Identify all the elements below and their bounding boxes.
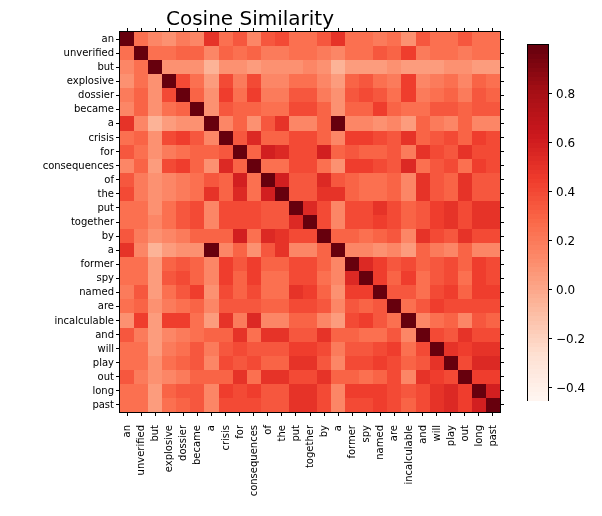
colorbar-tick-label: 0.0 xyxy=(556,284,575,296)
heatmap-cell xyxy=(387,328,402,343)
heatmap-cell xyxy=(373,313,388,328)
heatmap-cell xyxy=(148,285,163,300)
heatmap-cell xyxy=(303,370,318,385)
heatmap-cell xyxy=(303,229,318,244)
heatmap-cell xyxy=(486,342,501,357)
heatmap-cell xyxy=(275,145,290,160)
heatmap-cell xyxy=(134,370,149,385)
heatmap-cell xyxy=(359,257,374,272)
heatmap-cell xyxy=(261,384,276,399)
heatmap-cell xyxy=(247,145,262,160)
heatmap-cell xyxy=(176,159,191,174)
heatmap-cell xyxy=(373,328,388,343)
heatmap-cell xyxy=(233,173,248,188)
heatmap-cell xyxy=(416,159,431,174)
heatmap-cell xyxy=(331,60,346,75)
heatmap-cell xyxy=(120,116,135,131)
heatmap-cell xyxy=(190,384,205,399)
heatmap-cell xyxy=(401,74,416,89)
heatmap-cell xyxy=(134,131,149,146)
heatmap-cell xyxy=(444,342,459,357)
heatmap-cell xyxy=(247,116,262,131)
heatmap-cell xyxy=(233,74,248,89)
heatmap-cell xyxy=(486,116,501,131)
heatmap-cell xyxy=(458,313,473,328)
heatmap-cell xyxy=(275,187,290,202)
heatmap-cell xyxy=(430,299,445,314)
heatmap-cell xyxy=(275,356,290,371)
heatmap-cell xyxy=(289,243,304,258)
y-tick-label: play xyxy=(4,358,114,368)
heatmap-cell xyxy=(401,173,416,188)
heatmap-cell xyxy=(176,88,191,103)
heatmap-cell xyxy=(190,159,205,174)
heatmap-cell xyxy=(430,46,445,61)
heatmap-cell xyxy=(444,187,459,202)
heatmap-cell xyxy=(233,159,248,174)
heatmap-cell xyxy=(373,342,388,357)
y-tick-label: unverified xyxy=(4,48,114,58)
heatmap-cell xyxy=(472,88,487,103)
heatmap-cell xyxy=(317,328,332,343)
heatmap-cell xyxy=(401,88,416,103)
heatmap-cell xyxy=(148,342,163,357)
heatmap-cell xyxy=(373,201,388,216)
heatmap-cell xyxy=(387,32,402,47)
heatmap-cell xyxy=(261,187,276,202)
x-tick-label: became xyxy=(192,425,202,516)
heatmap-cell xyxy=(134,173,149,188)
heatmap-cell xyxy=(430,32,445,47)
heatmap-cell xyxy=(247,384,262,399)
heatmap-cell xyxy=(345,201,360,216)
heatmap-cell xyxy=(289,384,304,399)
heatmap-cell xyxy=(430,60,445,75)
heatmap-cell xyxy=(247,32,262,47)
heatmap-cell xyxy=(176,74,191,89)
y-tick-label: are xyxy=(4,301,114,311)
heatmap-cell xyxy=(416,74,431,89)
heatmap-cell xyxy=(416,145,431,160)
heatmap-cell xyxy=(289,215,304,230)
heatmap-cell xyxy=(430,131,445,146)
heatmap-cell xyxy=(120,257,135,272)
heatmap-cell xyxy=(401,32,416,47)
heatmap-cell xyxy=(444,46,459,61)
heatmap-cell xyxy=(486,173,501,188)
heatmap-cell xyxy=(204,187,219,202)
heatmap-cell xyxy=(416,370,431,385)
heatmap-cell xyxy=(401,145,416,160)
heatmap-cell xyxy=(401,116,416,131)
heatmap-cell xyxy=(219,46,234,61)
heatmap-cell xyxy=(331,370,346,385)
heatmap-cell xyxy=(190,243,205,258)
heatmap-cell xyxy=(345,285,360,300)
heatmap-cell xyxy=(176,356,191,371)
heatmap-cell xyxy=(430,370,445,385)
heatmap-cell xyxy=(148,243,163,258)
heatmap-cell xyxy=(120,243,135,258)
heatmap-cell xyxy=(359,74,374,89)
heatmap-cell xyxy=(176,215,191,230)
heatmap-cell xyxy=(416,285,431,300)
heatmap-cell xyxy=(233,201,248,216)
heatmap-cell xyxy=(458,342,473,357)
heatmap-cell xyxy=(317,370,332,385)
heatmap-cell xyxy=(190,32,205,47)
heatmap-cell xyxy=(134,215,149,230)
heatmap-cell xyxy=(458,46,473,61)
heatmap-cell xyxy=(472,328,487,343)
heatmap-cell xyxy=(148,313,163,328)
heatmap-cell xyxy=(317,131,332,146)
heatmap-cell xyxy=(162,370,177,385)
x-tick-label: but xyxy=(150,425,160,516)
heatmap-cell xyxy=(134,145,149,160)
heatmap-cell xyxy=(472,60,487,75)
heatmap-cell xyxy=(148,131,163,146)
heatmap-cell xyxy=(190,173,205,188)
heatmap-cell xyxy=(247,299,262,314)
heatmap-cell xyxy=(331,384,346,399)
heatmap-cell xyxy=(458,215,473,230)
heatmap-cell xyxy=(120,215,135,230)
heatmap-cell xyxy=(317,145,332,160)
heatmap-cell xyxy=(345,159,360,174)
